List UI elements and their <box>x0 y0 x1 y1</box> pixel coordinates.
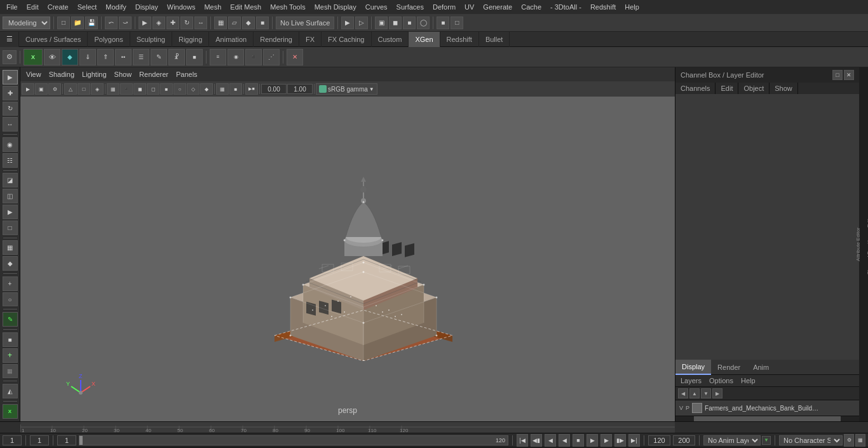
tab-fx-caching[interactable]: FX Caching <box>322 32 371 47</box>
menu-select[interactable]: Select <box>74 2 101 12</box>
layers-next-btn[interactable]: ▶ <box>712 388 722 398</box>
next-key-btn[interactable]: ▮▶ <box>614 434 626 447</box>
move-mode-btn[interactable]: ✚ <box>3 86 18 100</box>
layers-next2-btn[interactable]: ▼ <box>701 388 711 398</box>
plus-btn-2[interactable]: ▦ <box>3 364 18 379</box>
multi-cut-btn[interactable]: + <box>3 276 18 291</box>
vp-render-btn[interactable]: ◆ <box>200 83 213 95</box>
vp-menu-renderer[interactable]: Renderer <box>136 69 172 79</box>
layout-quad-btn[interactable]: □ <box>451 17 463 29</box>
snap-point-btn[interactable]: ◆ <box>242 17 255 29</box>
menu-surfaces[interactable]: Surfaces <box>393 2 428 12</box>
fps-input[interactable] <box>673 435 695 445</box>
plus-btn-1[interactable]: + <box>3 348 18 363</box>
menu-curves[interactable]: Curves <box>362 2 391 12</box>
menu-edit-mesh[interactable]: Edit Mesh <box>226 2 265 12</box>
workspace-dropdown[interactable]: Modeling <box>3 17 50 29</box>
xgen-guides-btn[interactable]: ≡ <box>210 49 226 65</box>
menu-cache[interactable]: Cache <box>517 2 545 12</box>
menu-windows[interactable]: Windows <box>163 2 200 12</box>
menu-mesh-display[interactable]: Mesh Display <box>311 2 360 12</box>
panel-tab-edit[interactable]: Edit <box>715 83 738 94</box>
current-frame-input[interactable] <box>3 435 22 445</box>
anim-layer-dropdown[interactable]: No Anim Layer <box>703 435 761 445</box>
menu-3dttoall[interactable]: - 3DtoAll - <box>546 2 585 12</box>
vp-num-input-2[interactable] <box>287 84 313 94</box>
layers-prev-btn[interactable]: ◀ <box>678 388 688 398</box>
anim-layer-btn1[interactable]: ▼ <box>762 436 771 445</box>
tab-redshift[interactable]: Redshift <box>440 32 479 47</box>
tab-xgen[interactable]: XGen <box>409 32 440 47</box>
play-fwd-btn[interactable]: ▶ <box>587 434 598 447</box>
tab-anim[interactable]: Anim <box>747 360 775 375</box>
insert-btn[interactable]: ◫ <box>3 189 18 203</box>
redo-btn[interactable]: ⤻ <box>119 17 132 29</box>
open-scene-btn[interactable]: 📁 <box>71 17 84 29</box>
move-tool-btn[interactable]: ✚ <box>166 17 179 29</box>
xgen-arrow-up-btn[interactable]: ⇑ <box>97 49 114 65</box>
vp-smooth-btn[interactable]: ◾ <box>120 83 133 95</box>
display-vector-btn[interactable]: ■ <box>403 17 416 29</box>
rotate-tool-btn[interactable]: ↻ <box>180 17 193 29</box>
quad-draw-btn[interactable]: ▦ <box>3 240 18 255</box>
panel-tab-object[interactable]: Object <box>738 83 770 94</box>
render-btn[interactable]: ▶ <box>341 17 354 29</box>
play-back-btn[interactable]: ◀ <box>559 434 570 447</box>
panel-scrollbar[interactable] <box>675 416 859 421</box>
tab-display[interactable]: Display <box>675 360 711 375</box>
tab-animation[interactable]: Animation <box>209 32 254 47</box>
vp-menu-view[interactable]: View <box>23 69 44 79</box>
vp-grid-btn[interactable]: ▦ <box>216 83 229 95</box>
xgen-arrow-down-btn[interactable]: ⇓ <box>79 49 96 65</box>
viewport-toggle-btn[interactable]: ◭ <box>3 384 18 398</box>
stop-btn[interactable]: ■ <box>573 434 584 447</box>
xgen-wave-btn[interactable]: ☧ <box>168 49 185 65</box>
char-set-btn1[interactable]: ⚙ <box>844 434 854 447</box>
soft-select-btn[interactable]: ◉ <box>3 137 18 152</box>
vp-cam-settings-btn[interactable]: ⚙ <box>48 83 61 95</box>
vp-camera-btn[interactable]: ▶ <box>22 83 34 95</box>
playback-slider[interactable]: 120 <box>79 435 508 445</box>
menu-generate[interactable]: Generate <box>479 2 516 12</box>
tab-sculpting[interactable]: Sculpting <box>130 32 172 47</box>
component-mode-btn[interactable]: ■ <box>3 332 18 347</box>
select-tool-btn[interactable]: ▶ <box>139 17 151 29</box>
xgen-settings-btn[interactable]: ⚙ <box>3 50 17 64</box>
menu-mesh-tools[interactable]: Mesh Tools <box>266 2 309 12</box>
vp-hud-btn[interactable]: ■ <box>229 83 242 95</box>
panel-scrollbar-thumb[interactable] <box>694 416 841 421</box>
tabbar-left-btn[interactable]: ☰ <box>0 32 19 47</box>
panel-tab-show[interactable]: Show <box>770 83 798 94</box>
vp-shaded-wire-btn[interactable]: ◻ <box>147 83 159 95</box>
skip-end-btn[interactable]: ▶| <box>628 434 640 447</box>
vp-wireframe-btn[interactable]: ▦ <box>107 83 119 95</box>
layer-color-btn[interactable] <box>692 403 702 413</box>
vp-shaded-btn[interactable]: ◼ <box>133 83 146 95</box>
vp-menu-lighting[interactable]: Lighting <box>79 69 110 79</box>
vp-frame-btn[interactable]: □ <box>78 83 90 95</box>
vp-menu-panels[interactable]: Panels <box>173 69 201 79</box>
scale-tool-btn[interactable]: ↔ <box>194 17 207 29</box>
scale-mode-btn[interactable]: ↔ <box>3 117 18 132</box>
extrude-btn[interactable]: ◪ <box>3 173 18 187</box>
keyframe-input[interactable] <box>30 435 49 445</box>
sidebar-attribute-editor-label[interactable]: Attribute Editor <box>853 225 864 264</box>
menu-redshift[interactable]: Redshift <box>587 2 620 12</box>
xgen-maya-btn[interactable]: X <box>3 404 18 419</box>
bridge-btn[interactable]: ◆ <box>3 256 18 271</box>
viewport-3d[interactable]: View Shading Lighting Show Renderer Pane… <box>20 67 675 421</box>
vp-num-input-1[interactable] <box>261 84 287 94</box>
vp-light-btn[interactable]: ○ <box>173 83 186 95</box>
frame-end-input[interactable] <box>648 435 670 445</box>
tab-help[interactable]: Help <box>738 376 758 385</box>
xgen-brush-btn[interactable]: ✎ <box>151 49 167 65</box>
char-set-dropdown[interactable]: No Character Set <box>779 435 843 445</box>
menu-edit[interactable]: Edit <box>23 2 43 12</box>
sidebar-channel-box-label[interactable]: Channel Box / Layer Editor <box>864 212 868 278</box>
vp-menu-shading[interactable]: Shading <box>46 69 78 79</box>
xgen-leaf-btn[interactable]: ◆ <box>62 49 78 65</box>
merge-btn[interactable]: ▶ <box>3 205 18 219</box>
menu-modify[interactable]: Modify <box>102 2 130 12</box>
panel-close-btn[interactable]: ✕ <box>844 70 854 80</box>
bevel-btn[interactable]: □ <box>3 221 18 235</box>
